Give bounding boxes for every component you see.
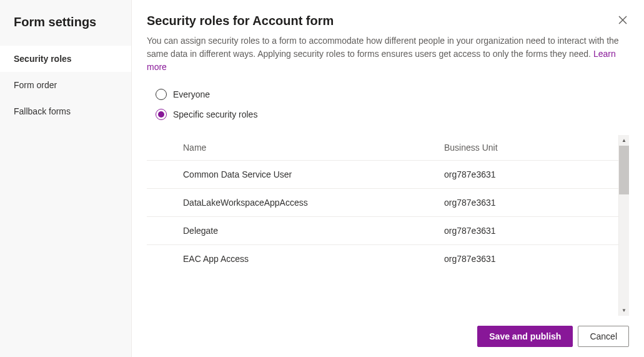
table-row[interactable]: EAC App Access org787e3631 bbox=[147, 244, 618, 273]
close-icon bbox=[618, 15, 628, 25]
footer: Save and publish Cancel bbox=[132, 316, 644, 357]
save-publish-button[interactable]: Save and publish bbox=[477, 326, 573, 347]
radio-option-everyone[interactable]: Everyone bbox=[156, 89, 629, 100]
cell-name: Delegate bbox=[183, 226, 444, 236]
description-text: You can assign security roles to a form … bbox=[132, 34, 644, 74]
sidebar-item-label: Security roles bbox=[14, 54, 72, 64]
column-header-business-unit[interactable]: Business Unit bbox=[444, 143, 618, 153]
table-row[interactable]: DataLakeWorkspaceAppAccess org787e3631 bbox=[147, 188, 618, 216]
radio-label: Everyone bbox=[173, 89, 210, 99]
cell-business-unit: org787e3631 bbox=[444, 169, 618, 179]
table-header-row: Name Business Unit bbox=[147, 135, 618, 160]
scroll-thumb[interactable] bbox=[619, 146, 629, 194]
close-button[interactable] bbox=[617, 14, 629, 28]
cell-business-unit: org787e3631 bbox=[444, 254, 618, 264]
cell-name: DataLakeWorkspaceAppAccess bbox=[183, 198, 444, 208]
sidebar-item-label: Form order bbox=[14, 80, 57, 90]
main-panel: Security roles for Account form You can … bbox=[132, 0, 644, 357]
description-body: You can assign security roles to a form … bbox=[147, 36, 619, 59]
radio-option-specific-roles[interactable]: Specific security roles bbox=[156, 109, 629, 120]
roles-table: Name Business Unit Common Data Service U… bbox=[147, 135, 618, 316]
cell-name: EAC App Access bbox=[183, 254, 444, 264]
table-row[interactable]: Common Data Service User org787e3631 bbox=[147, 160, 618, 188]
radio-icon bbox=[156, 89, 167, 100]
roles-table-wrapper: Name Business Unit Common Data Service U… bbox=[132, 135, 644, 316]
cancel-button[interactable]: Cancel bbox=[578, 326, 629, 347]
cell-business-unit: org787e3631 bbox=[444, 226, 618, 236]
table-row[interactable]: Delegate org787e3631 bbox=[147, 216, 618, 244]
column-header-name[interactable]: Name bbox=[183, 143, 444, 153]
radio-group: Everyone Specific security roles bbox=[132, 74, 644, 135]
cell-name: Common Data Service User bbox=[183, 169, 444, 179]
sidebar-title: Form settings bbox=[0, 0, 131, 46]
sidebar-item-security-roles[interactable]: Security roles bbox=[0, 46, 131, 72]
cell-business-unit: org787e3631 bbox=[444, 198, 618, 208]
sidebar-item-label: Fallback forms bbox=[14, 106, 71, 116]
sidebar-item-fallback-forms[interactable]: Fallback forms bbox=[0, 98, 131, 124]
sidebar-item-form-order[interactable]: Form order bbox=[0, 72, 131, 98]
scroll-down-arrow-icon[interactable]: ▼ bbox=[619, 305, 629, 316]
main-header: Security roles for Account form bbox=[132, 0, 644, 34]
radio-icon bbox=[156, 109, 167, 120]
sidebar: Form settings Security roles Form order … bbox=[0, 0, 132, 357]
page-title: Security roles for Account form bbox=[147, 14, 334, 28]
radio-label: Specific security roles bbox=[173, 109, 257, 119]
scrollbar[interactable]: ▲ ▼ bbox=[618, 135, 629, 316]
scroll-up-arrow-icon[interactable]: ▲ bbox=[619, 135, 629, 146]
